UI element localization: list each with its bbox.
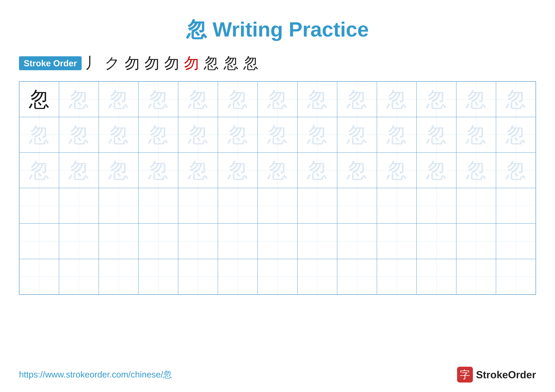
grid-cell[interactable] bbox=[218, 223, 258, 259]
grid-cell[interactable]: 忽 bbox=[19, 153, 59, 188]
grid-cell[interactable]: 忽 bbox=[19, 117, 59, 152]
grid-cell[interactable] bbox=[377, 223, 416, 259]
grid-cell[interactable] bbox=[178, 259, 218, 294]
grid-cell[interactable] bbox=[456, 259, 496, 294]
grid-cell[interactable] bbox=[456, 223, 496, 259]
grid-cell[interactable]: 忽 bbox=[456, 153, 496, 188]
grid-cell[interactable]: 忽 bbox=[337, 153, 377, 188]
grid-cell[interactable]: 忽 bbox=[337, 82, 377, 117]
cell-character: 忽 bbox=[307, 89, 328, 110]
grid-cell[interactable]: 忽 bbox=[337, 117, 377, 152]
grid-cell[interactable]: 忽 bbox=[59, 153, 99, 188]
grid-cell[interactable]: 忽 bbox=[59, 117, 99, 152]
grid-cell[interactable] bbox=[337, 223, 377, 259]
grid-cell[interactable]: 忽 bbox=[19, 82, 59, 117]
grid-cell[interactable] bbox=[19, 223, 59, 259]
grid-cell[interactable] bbox=[59, 259, 99, 294]
cell-character: 忽 bbox=[347, 89, 367, 110]
grid-cell[interactable] bbox=[178, 188, 218, 223]
grid-cell[interactable]: 忽 bbox=[258, 82, 297, 117]
grid-cell[interactable]: 忽 bbox=[377, 117, 416, 152]
grid-cell[interactable]: 忽 bbox=[297, 153, 337, 188]
grid-cell[interactable] bbox=[19, 259, 59, 294]
cell-character: 忽 bbox=[466, 89, 486, 110]
grid-cell[interactable]: 忽 bbox=[258, 153, 297, 188]
grid-cell[interactable] bbox=[139, 259, 178, 294]
cell-character: 忽 bbox=[307, 124, 328, 145]
grid-cell[interactable]: 忽 bbox=[496, 153, 536, 188]
grid-cell[interactable]: 忽 bbox=[59, 82, 99, 117]
grid-cell[interactable] bbox=[19, 188, 59, 223]
grid-cell[interactable]: 忽 bbox=[99, 153, 139, 188]
cell-character: 忽 bbox=[386, 89, 407, 110]
grid-cell[interactable] bbox=[139, 188, 178, 223]
grid-cell[interactable] bbox=[297, 259, 337, 294]
grid-cell[interactable] bbox=[297, 223, 337, 259]
cell-character: 忽 bbox=[466, 124, 486, 145]
grid-cell[interactable]: 忽 bbox=[99, 82, 139, 117]
grid-cell[interactable] bbox=[258, 223, 297, 259]
grid-cell[interactable] bbox=[416, 259, 456, 294]
cell-character: 忽 bbox=[386, 160, 407, 181]
cell-character: 忽 bbox=[148, 160, 169, 181]
grid-cell[interactable] bbox=[337, 259, 377, 294]
grid-cell[interactable]: 忽 bbox=[139, 153, 178, 188]
grid-cell[interactable] bbox=[496, 188, 536, 223]
grid-cell[interactable] bbox=[59, 223, 99, 259]
title-text: Writing Practice bbox=[207, 18, 369, 41]
cell-character: 忽 bbox=[347, 124, 367, 145]
grid-cell[interactable] bbox=[416, 188, 456, 223]
cell-character: 忽 bbox=[505, 124, 526, 145]
grid-cell[interactable]: 忽 bbox=[178, 117, 218, 152]
grid-cell[interactable] bbox=[99, 188, 139, 223]
grid-cell[interactable]: 忽 bbox=[416, 82, 456, 117]
grid-cell[interactable] bbox=[178, 223, 218, 259]
cell-character: 忽 bbox=[267, 124, 288, 145]
footer-url: https://www.strokeorder.com/chinese/忽 bbox=[19, 369, 172, 380]
grid-cell[interactable] bbox=[218, 188, 258, 223]
grid-cell[interactable] bbox=[218, 259, 258, 294]
grid-cell[interactable]: 忽 bbox=[139, 117, 178, 152]
grid-cell[interactable] bbox=[496, 223, 536, 259]
grid-cell[interactable] bbox=[99, 259, 139, 294]
grid-cell[interactable]: 忽 bbox=[456, 82, 496, 117]
grid-cell[interactable] bbox=[258, 259, 297, 294]
grid-cell[interactable]: 忽 bbox=[139, 82, 178, 117]
grid-cell[interactable] bbox=[456, 188, 496, 223]
grid-cell[interactable]: 忽 bbox=[178, 82, 218, 117]
grid-cell[interactable] bbox=[377, 188, 416, 223]
grid-cell[interactable] bbox=[297, 188, 337, 223]
grid-cell[interactable]: 忽 bbox=[297, 117, 337, 152]
grid-cell[interactable]: 忽 bbox=[456, 117, 496, 152]
grid-cell[interactable]: 忽 bbox=[377, 82, 416, 117]
stroke-order-badge: Stroke Order bbox=[19, 56, 82, 70]
cell-character: 忽 bbox=[426, 89, 447, 110]
grid-cell[interactable]: 忽 bbox=[416, 117, 456, 152]
grid-cell[interactable]: 忽 bbox=[297, 82, 337, 117]
page: 忽 Writing Practice Stroke Order 丿 ク 勿 勿 … bbox=[0, 0, 555, 392]
grid-cell[interactable] bbox=[258, 188, 297, 223]
cell-character: 忽 bbox=[466, 160, 486, 181]
grid-cell[interactable]: 忽 bbox=[178, 153, 218, 188]
grid-cell[interactable] bbox=[377, 259, 416, 294]
grid-cell[interactable]: 忽 bbox=[377, 153, 416, 188]
cell-character: 忽 bbox=[347, 160, 367, 181]
grid-cell[interactable]: 忽 bbox=[218, 82, 258, 117]
cell-character: 忽 bbox=[267, 89, 288, 110]
grid-cell[interactable]: 忽 bbox=[416, 153, 456, 188]
grid-cell[interactable]: 忽 bbox=[496, 117, 536, 152]
grid-cell[interactable] bbox=[416, 223, 456, 259]
cell-character: 忽 bbox=[386, 124, 407, 145]
cell-character: 忽 bbox=[188, 160, 208, 181]
grid-cell[interactable] bbox=[99, 223, 139, 259]
cell-character: 忽 bbox=[188, 124, 208, 145]
grid-cell[interactable]: 忽 bbox=[218, 153, 258, 188]
grid-cell[interactable] bbox=[496, 259, 536, 294]
grid-cell[interactable]: 忽 bbox=[218, 117, 258, 152]
grid-cell[interactable]: 忽 bbox=[99, 117, 139, 152]
grid-cell[interactable] bbox=[337, 188, 377, 223]
grid-cell[interactable] bbox=[59, 188, 99, 223]
grid-cell[interactable]: 忽 bbox=[258, 117, 297, 152]
grid-cell[interactable] bbox=[139, 223, 178, 259]
grid-cell[interactable]: 忽 bbox=[496, 82, 536, 117]
